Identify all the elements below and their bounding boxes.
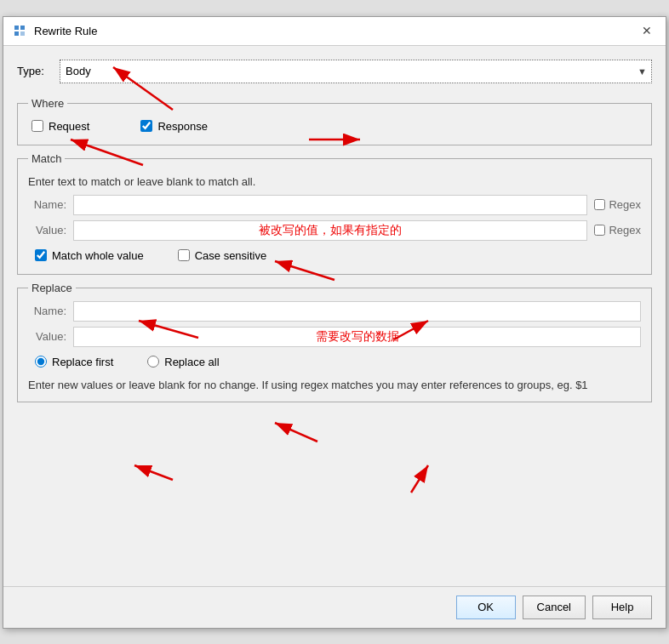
match-whole-value-label[interactable]: Match whole value bbox=[35, 249, 144, 262]
replace-all-label[interactable]: Replace all bbox=[147, 356, 219, 368]
dialog-title: Rewrite Rule bbox=[34, 25, 97, 37]
close-button[interactable]: ✕ bbox=[637, 20, 657, 41]
match-legend: Match bbox=[28, 152, 65, 165]
replace-first-label[interactable]: Replace first bbox=[35, 356, 113, 368]
replace-all-radio[interactable] bbox=[147, 356, 159, 368]
request-label: Request bbox=[49, 120, 89, 133]
response-label: Response bbox=[157, 120, 208, 133]
svg-rect-2 bbox=[14, 31, 19, 36]
type-label: Type: bbox=[17, 65, 51, 77]
svg-rect-1 bbox=[20, 26, 25, 30]
svg-rect-3 bbox=[20, 31, 25, 36]
case-sensitive-label[interactable]: Case sensitive bbox=[178, 249, 267, 262]
type-row: Type: Body Header Cookie URL ▼ bbox=[17, 56, 652, 90]
match-name-regex-label[interactable]: Regex bbox=[594, 198, 641, 211]
title-bar: Rewrite Rule ✕ bbox=[3, 17, 666, 46]
help-button[interactable]: Help bbox=[592, 596, 652, 619]
replace-value-row: Value: 需要改写的数据 bbox=[28, 327, 641, 347]
case-sensitive-checkbox[interactable] bbox=[178, 249, 190, 261]
match-options-row: Match whole value Case sensitive bbox=[28, 246, 641, 265]
where-legend: Where bbox=[28, 97, 67, 110]
match-name-regex-checkbox[interactable] bbox=[594, 199, 605, 210]
replace-value-input[interactable] bbox=[73, 327, 641, 347]
cancel-button[interactable]: Cancel bbox=[523, 596, 586, 619]
ok-button[interactable]: OK bbox=[456, 596, 516, 619]
match-name-label: Name: bbox=[28, 198, 66, 211]
replace-name-input[interactable] bbox=[73, 301, 641, 322]
match-whole-value-checkbox[interactable] bbox=[35, 249, 47, 261]
request-checkbox-label[interactable]: Request bbox=[31, 120, 89, 133]
replace-name-label: Name: bbox=[28, 305, 66, 317]
match-value-regex-label[interactable]: Regex bbox=[594, 224, 641, 237]
svg-rect-0 bbox=[14, 26, 19, 30]
replace-first-radio[interactable] bbox=[35, 356, 47, 368]
app-icon bbox=[12, 23, 27, 38]
match-value-row: Value: 被改写的值，如果有指定的 Regex bbox=[28, 220, 641, 241]
match-description: Enter text to match or leave blank to ma… bbox=[28, 175, 641, 188]
response-checkbox[interactable] bbox=[140, 120, 152, 132]
replace-value-label: Value: bbox=[28, 330, 66, 343]
replace-fieldset: Replace Name: Value: 需要改写的数据 bbox=[17, 282, 652, 403]
match-fieldset: Match Enter text to match or leave blank… bbox=[17, 152, 652, 275]
match-value-regex-checkbox[interactable] bbox=[594, 225, 605, 236]
replace-options-row: Replace first Replace all bbox=[28, 352, 641, 372]
type-select-wrapper: Body Header Cookie URL ▼ bbox=[60, 60, 652, 83]
match-value-input[interactable] bbox=[73, 220, 587, 241]
type-select[interactable]: Body Header Cookie URL bbox=[60, 60, 652, 83]
dialog-footer: OK Cancel Help bbox=[3, 586, 666, 628]
response-checkbox-label[interactable]: Response bbox=[140, 120, 208, 133]
replace-legend: Replace bbox=[28, 282, 76, 294]
match-name-row: Name: Regex bbox=[28, 195, 641, 215]
request-checkbox[interactable] bbox=[31, 120, 43, 132]
match-name-input[interactable] bbox=[73, 195, 587, 215]
replace-info: Enter new values or leave blank for no c… bbox=[28, 377, 641, 394]
where-fieldset: Where Request Response bbox=[17, 97, 652, 145]
match-value-label: Value: bbox=[28, 224, 66, 237]
replace-name-row: Name: bbox=[28, 301, 641, 322]
